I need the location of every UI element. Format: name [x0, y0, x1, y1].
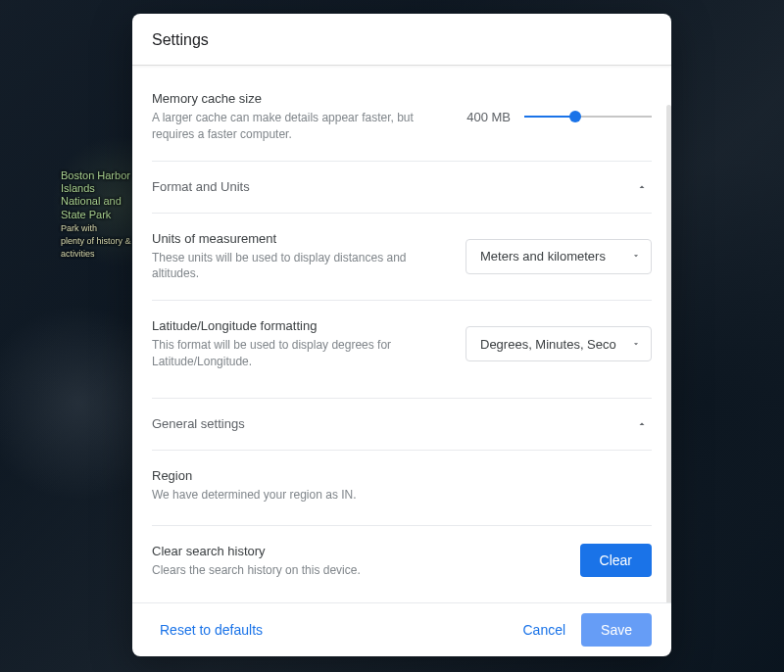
row-latlon: Latitude/Longitude formatting This forma… — [152, 301, 652, 388]
map-label: Boston Harbor Islands National and State… — [61, 169, 131, 260]
row-region: Region We have determined your region as… — [152, 451, 652, 525]
section-title-general: General settings — [152, 416, 245, 431]
reset-defaults-button[interactable]: Reset to defaults — [152, 613, 270, 647]
section-title-format-units: Format and Units — [152, 179, 250, 194]
modal-header: Settings — [132, 14, 671, 66]
save-button[interactable]: Save — [581, 613, 652, 647]
row-clear-history: Clear search history Clears the search h… — [152, 526, 652, 597]
section-header-format-units[interactable]: Format and Units — [152, 162, 652, 213]
clear-history-desc: Clears the search history on this device… — [152, 562, 564, 579]
modal-title: Settings — [152, 31, 652, 49]
clear-history-title: Clear search history — [152, 544, 564, 558]
latlon-desc: This format will be used to display degr… — [152, 337, 450, 370]
region-title: Region — [152, 468, 652, 483]
caret-down-icon — [631, 337, 641, 352]
latlon-select-value: Degrees, Minutes, Seco — [480, 337, 616, 352]
row-memory-cache: Memory cache size A larger cache can mak… — [152, 66, 652, 161]
units-title: Units of measurement — [152, 231, 450, 246]
scrollbar[interactable] — [666, 105, 671, 602]
modal-body[interactable]: Memory cache size A larger cache can mak… — [132, 66, 671, 602]
modal-footer: Reset to defaults Cancel Save — [132, 602, 671, 656]
memory-cache-title: Memory cache size — [152, 91, 451, 106]
cancel-button[interactable]: Cancel — [514, 613, 573, 647]
units-select-value: Meters and kilometers — [480, 249, 606, 264]
region-desc: We have determined your region as IN. — [152, 487, 652, 504]
clear-button[interactable]: Clear — [580, 544, 652, 577]
memory-cache-slider[interactable] — [524, 110, 652, 123]
latlon-select[interactable]: Degrees, Minutes, Seco — [466, 326, 652, 361]
section-header-general[interactable]: General settings — [152, 399, 652, 450]
caret-down-icon — [631, 249, 641, 264]
row-units: Units of measurement These units will be… — [152, 214, 652, 301]
latlon-title: Latitude/Longitude formatting — [152, 318, 450, 333]
memory-cache-desc: A larger cache can make details appear f… — [152, 110, 451, 143]
units-desc: These units will be used to display dist… — [152, 250, 450, 283]
settings-modal: Settings Memory cache size A larger cach… — [132, 14, 671, 656]
units-select[interactable]: Meters and kilometers — [466, 239, 652, 274]
chevron-up-icon — [632, 177, 652, 197]
chevron-up-icon — [632, 414, 652, 434]
memory-cache-value: 400 MB — [466, 110, 511, 124]
